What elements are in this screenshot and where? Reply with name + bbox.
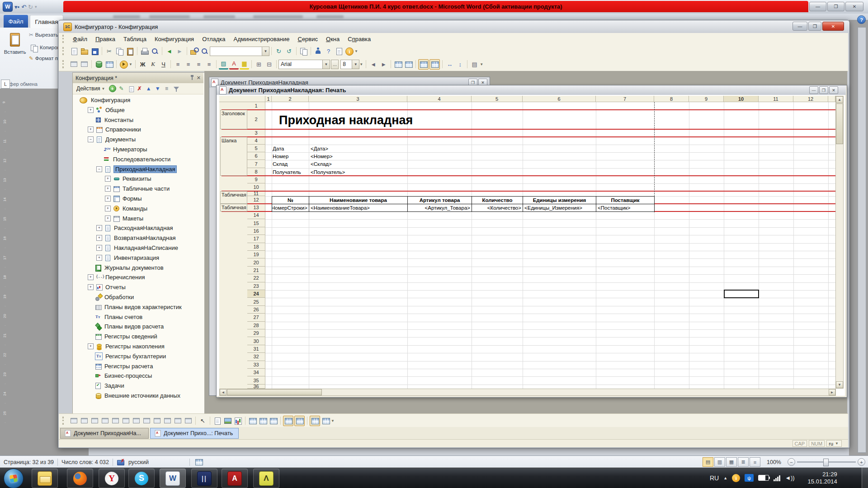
chart-icon[interactable] — [233, 416, 243, 426]
row-header-6[interactable]: 6 — [247, 152, 265, 160]
column-header-7[interactable]: 7 — [596, 96, 654, 102]
draft-icon[interactable]: ≡ — [750, 457, 760, 467]
word-close-button[interactable]: ✕ — [845, 2, 863, 11]
tree-item-Формы[interactable]: +Формы — [75, 194, 203, 203]
align-center-icon[interactable]: ≡ — [184, 60, 193, 69]
pointer-icon[interactable]: ↖ — [198, 416, 208, 426]
taskbar-button-dark-blue-app[interactable]: || — [191, 469, 217, 488]
menu-item-правка[interactable]: Правка — [91, 34, 119, 44]
find-icon[interactable] — [200, 47, 209, 56]
dropdown-caret-icon[interactable]: ▼ — [331, 419, 335, 423]
row-header-13[interactable]: 13 — [247, 204, 265, 211]
field-value-cell[interactable]: <Номер> — [311, 152, 406, 160]
window-split-icon[interactable] — [69, 60, 79, 69]
print-template-titlebar[interactable]: Документ ПриходнаяНакладная: Печать — [217, 85, 846, 95]
spellcheck-icon[interactable] — [117, 459, 125, 466]
spreadsheet-area[interactable] — [217, 95, 845, 396]
zoom-slider-thumb[interactable] — [823, 459, 829, 466]
row-header-30[interactable]: 30 — [247, 337, 265, 345]
row-header-32[interactable]: 32 — [247, 353, 265, 361]
combo-dropdown-icon[interactable]: ▼ — [322, 60, 330, 69]
configurator-maximize-button[interactable]: ❐ — [808, 22, 821, 31]
row-header-12[interactable]: 12 — [247, 196, 265, 204]
expand-icon[interactable]: + — [88, 107, 94, 113]
field-label-cell[interactable]: Дата — [273, 145, 308, 152]
macro-record-icon[interactable] — [194, 457, 203, 467]
delete-row-icon[interactable] — [269, 416, 278, 426]
dropdown-caret-icon[interactable]: ▼ — [129, 62, 133, 66]
tree-item-Нумераторы[interactable]: Нумераторы — [75, 145, 203, 154]
tree-item-Планы видов характеристик[interactable]: Планы видов характеристик — [75, 302, 203, 312]
tree-item-Макеты[interactable]: +Макеты — [75, 214, 203, 223]
tree-item-НакладнаяНаСписание[interactable]: +НакладнаяНаСписание — [75, 243, 203, 253]
row-header-36[interactable]: 36 — [247, 385, 265, 389]
tree-item-Планы видов расчета[interactable]: Планы видов расчета — [75, 322, 203, 331]
row-header-28[interactable]: 28 — [247, 322, 265, 329]
menu-item-сервис[interactable]: Сервис — [293, 34, 322, 44]
configuration-panel-header[interactable]: Конфигурация * ✕ — [73, 73, 203, 83]
collapse-icon[interactable]: − — [96, 166, 102, 172]
align-middle-icon[interactable] — [111, 416, 120, 426]
tree-item-Планы счетов[interactable]: Планы счетов — [75, 312, 203, 322]
menu-item-конфигурация[interactable]: Конфигурация — [151, 34, 198, 44]
mdi-tab-1[interactable]: Документ ПриходнаяНа... — [60, 428, 149, 439]
start-button[interactable] — [4, 469, 24, 488]
sort-icon[interactable]: ≡ — [163, 84, 171, 93]
outline-icon[interactable]: ≣ — [738, 457, 749, 467]
web-layout-icon[interactable]: ▦ — [726, 457, 737, 467]
dropdown-caret-icon[interactable]: ▼ — [480, 62, 484, 66]
qat-overflow-icon[interactable]: ▾ — [35, 5, 37, 9]
cut-icon[interactable]: ✂ — [104, 47, 114, 56]
row-header-3[interactable]: 3 — [247, 129, 265, 137]
tree-item-Реквизиты[interactable]: +Реквизиты — [75, 174, 203, 183]
word-page-indicator[interactable]: Страница: 32 из 39 — [4, 459, 54, 465]
add-icon[interactable]: + — [108, 84, 117, 93]
word-quick-access-toolbar[interactable]: W ▾▪ ↶ ↻ ▾ — [1, 1, 37, 13]
tree-item-РасходнаяНакладная[interactable]: +РасходнаяНакладная — [75, 223, 203, 233]
table-value-cell[interactable]: <Поставщик> — [596, 204, 655, 212]
row-header-20[interactable]: 20 — [247, 258, 265, 266]
align-top-icon[interactable] — [100, 416, 110, 426]
table-header-cell[interactable]: Количество — [472, 196, 523, 204]
fit-height-icon[interactable]: ↕ — [455, 60, 465, 69]
taskbar-button-windows-explorer[interactable] — [32, 469, 58, 488]
zoom-slider-track[interactable] — [797, 461, 856, 463]
headers-toggle-icon[interactable] — [294, 416, 305, 426]
field-value-cell[interactable]: <Дата> — [311, 145, 406, 152]
align-right-icon[interactable]: ≡ — [194, 60, 203, 69]
word-format-painter-button[interactable]: ✎ Формат по — [29, 55, 61, 61]
copy-icon[interactable] — [115, 47, 124, 56]
expand-icon[interactable]: + — [88, 274, 94, 280]
row-header-26[interactable]: 26 — [247, 306, 265, 314]
expand-icon[interactable]: + — [96, 235, 102, 241]
font-combo[interactable]: Arial▼ — [278, 60, 330, 69]
menu-item-файл[interactable]: Файл — [69, 34, 91, 44]
expand-icon[interactable]: + — [105, 196, 111, 202]
column-header-1[interactable]: 1 — [265, 96, 272, 102]
expand-icon[interactable]: + — [105, 206, 111, 211]
taskbar-button-compass-app[interactable]: Λ — [253, 469, 279, 488]
tree-item-Конфигурация[interactable]: Конфигурация — [75, 95, 203, 105]
expand-icon[interactable]: + — [88, 343, 94, 349]
table-menu-icon[interactable] — [321, 416, 330, 426]
dropdown-caret-icon[interactable]: ▼ — [354, 49, 359, 53]
section-label-Табличная[interactable]: Табличная — [220, 191, 247, 204]
row-header-22[interactable]: 22 — [247, 274, 265, 282]
row-header-10[interactable]: 10 — [247, 183, 265, 191]
tile-vertical-icon[interactable] — [90, 416, 99, 426]
tree-item-Документы[interactable]: −Документы — [75, 135, 203, 144]
nav-back-icon[interactable]: ◄ — [165, 47, 174, 56]
mdi-tab-2[interactable]: Документ Прихо...: Печать — [150, 428, 239, 439]
column-header-11[interactable]: 11 — [759, 96, 793, 102]
edit-template-icon[interactable] — [310, 416, 320, 426]
table-value-cell[interactable]: <Артикул_Товара> — [407, 204, 472, 212]
undo-icon[interactable]: ↶ — [21, 4, 26, 10]
fill-color-icon[interactable]: ▨ — [219, 59, 228, 70]
hidden-icons-arrow[interactable]: ▲ — [723, 476, 727, 480]
highlight-color-icon[interactable]: ▆ — [240, 59, 249, 70]
table-value-cell[interactable]: <Единицы_Измерения> — [523, 204, 596, 212]
volume-icon[interactable]: ◄)) — [785, 474, 795, 481]
font-dialog-button[interactable]: ... — [331, 60, 339, 69]
word-logo-icon[interactable]: W — [3, 2, 13, 12]
tree-item-Внешние источники данных[interactable]: Внешние источники данных — [75, 391, 203, 400]
